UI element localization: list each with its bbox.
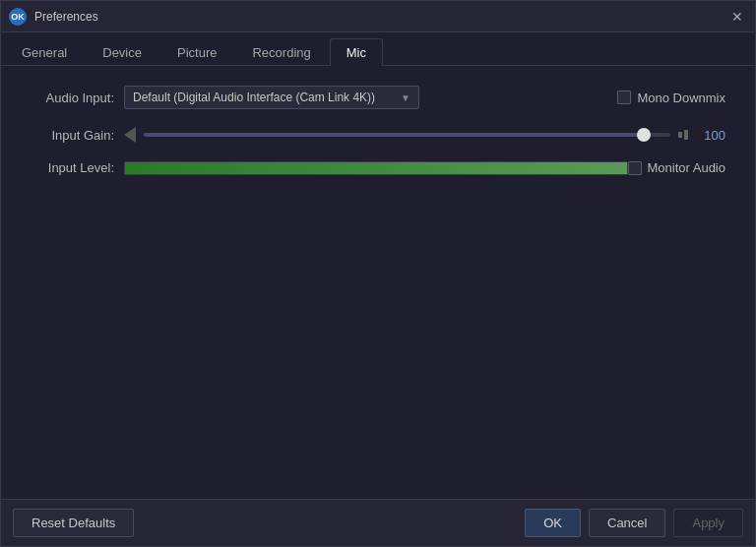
audio-input-row: Audio Input: Default (Digital Audio Inte… xyxy=(31,86,725,109)
input-gain-row: Input Gain: 100 xyxy=(31,127,725,143)
audio-input-label: Audio Input: xyxy=(31,91,124,105)
audio-input-value: Default (Digital Audio Interface (Cam Li… xyxy=(133,91,375,104)
footer-right-buttons: OK Cancel Apply xyxy=(525,509,743,537)
ok-button[interactable]: OK xyxy=(525,509,581,537)
chevron-down-icon: ▼ xyxy=(401,92,410,103)
volume-low-icon xyxy=(124,127,136,143)
input-level-row: Input Level: Monitor Audio xyxy=(31,160,725,175)
close-button[interactable]: ✕ xyxy=(727,7,747,27)
monitor-audio-checkbox[interactable] xyxy=(628,161,642,175)
footer: Reset Defaults OK Cancel Apply xyxy=(1,499,755,546)
input-gain-fill xyxy=(144,133,644,137)
input-gain-thumb[interactable] xyxy=(637,128,651,142)
cancel-button[interactable]: Cancel xyxy=(589,509,665,537)
mono-downmix-group: Mono Downmix xyxy=(617,91,725,105)
input-gain-label: Input Gain: xyxy=(31,128,124,143)
tab-bar: General Device Picture Recording Mic xyxy=(1,32,755,66)
input-gain-track xyxy=(144,133,670,137)
window-title: Preferences xyxy=(34,10,727,24)
reset-defaults-button[interactable]: Reset Defaults xyxy=(13,509,134,537)
apply-button[interactable]: Apply xyxy=(673,509,743,537)
mono-downmix-label: Mono Downmix xyxy=(637,91,725,105)
tab-picture[interactable]: Picture xyxy=(160,38,233,66)
monitor-audio-label: Monitor Audio xyxy=(648,160,726,175)
preferences-window: OK Preferences ✕ General Device Picture … xyxy=(0,0,756,547)
tab-general[interactable]: General xyxy=(5,38,84,66)
title-bar: OK Preferences ✕ xyxy=(1,1,755,32)
input-level-label: Input Level: xyxy=(31,160,124,175)
input-level-fill xyxy=(125,162,627,174)
audio-input-dropdown-wrapper: Default (Digital Audio Interface (Cam Li… xyxy=(124,86,419,109)
tab-device[interactable]: Device xyxy=(86,38,158,66)
audio-input-dropdown[interactable]: Default (Digital Audio Interface (Cam Li… xyxy=(124,86,419,109)
input-level-bar xyxy=(124,161,628,175)
monitor-audio-group: Monitor Audio xyxy=(628,160,726,175)
input-gain-slider-row: 100 xyxy=(124,127,725,143)
tab-recording[interactable]: Recording xyxy=(235,38,327,66)
input-gain-value: 100 xyxy=(696,128,725,143)
app-logo: OK xyxy=(9,8,27,26)
tab-mic[interactable]: Mic xyxy=(330,38,383,66)
volume-high-icon xyxy=(678,130,688,140)
mono-downmix-checkbox[interactable] xyxy=(617,91,631,104)
content-area: Audio Input: Default (Digital Audio Inte… xyxy=(1,66,755,499)
